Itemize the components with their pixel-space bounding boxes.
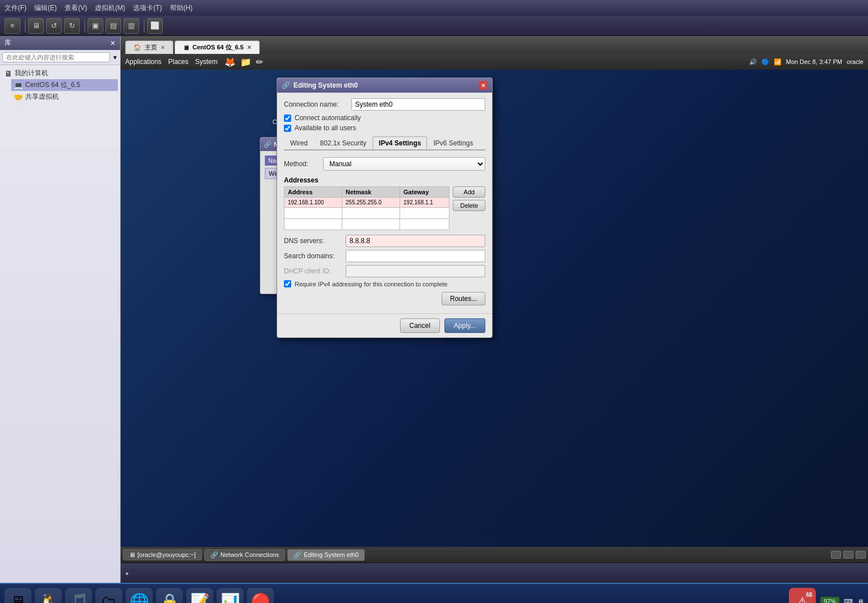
win-keyboard-icon[interactable]: ⌨ — [844, 598, 853, 604]
toolbar-btn-1[interactable]: ≡ — [4, 18, 20, 34]
tab-centos-close[interactable]: ✕ — [247, 44, 251, 51]
menu-view[interactable]: 查看(V) — [65, 3, 87, 13]
home-icon: 🏠 — [134, 44, 141, 51]
dhcp-label: DHCP client ID: — [284, 267, 346, 275]
delete-button[interactable]: Delete — [453, 200, 485, 211]
gateway-value[interactable]: 192.168.1.1 — [400, 198, 449, 208]
routes-button[interactable]: Routes... — [442, 292, 485, 305]
search-domains-input[interactable] — [346, 250, 485, 262]
search-dropdown-icon[interactable]: ▼ — [112, 54, 118, 61]
addr-col-gateway: Gateway — [400, 187, 449, 198]
toolbar-btn-refresh2[interactable]: ↻ — [64, 18, 80, 34]
tab-centos[interactable]: 🖥 CentOS 64 位_6.5 ✕ — [174, 40, 260, 54]
dns-input[interactable] — [346, 235, 485, 247]
tab-ipv4[interactable]: IPv4 Settings — [373, 136, 427, 149]
tab-home[interactable]: 🏠 主页 ✕ — [125, 40, 173, 54]
menu-edit[interactable]: 编辑(E) — [34, 3, 57, 13]
tab-ipv6[interactable]: IPv6 Settings — [427, 136, 479, 149]
taskbar-icon-9[interactable]: 🔴 — [247, 588, 274, 603]
taskbar-edit-label: Editing System eth0 — [304, 551, 359, 558]
sidebar-close-icon[interactable]: ✕ — [110, 39, 116, 47]
win-badge: 68 — [803, 589, 815, 600]
sidebar-title: 库 — [4, 38, 11, 48]
taskbar-terminal[interactable]: 🖥 [oracle@youyoupc:~] — [123, 549, 202, 560]
menu-help[interactable]: 帮助(H) — [170, 3, 193, 13]
taskbar-btn-1[interactable] — [831, 551, 841, 559]
addresses-section: Addresses Address Netmask — [284, 176, 485, 230]
addr-col-netmask: Netmask — [342, 187, 400, 198]
win-display-icon[interactable]: 🖥 — [857, 598, 864, 603]
toolbar: ≡ 🖥 ↺ ↻ ▣ ▤ ▥ ⬜ — [0, 16, 868, 36]
taskbar-btn-3[interactable] — [856, 551, 866, 559]
netconn-taskbar-icon: 🔗 — [210, 551, 218, 559]
table-row[interactable]: 192.168.1.100 255.255.255.0 192.168.1.1 — [284, 198, 449, 208]
toolbar-btn-refresh[interactable]: ↺ — [46, 18, 62, 34]
toolbar-sep-1 — [25, 19, 26, 33]
taskbar-right — [831, 551, 866, 559]
tab-centos-label: CentOS 64 位_6.5 — [192, 43, 244, 52]
toolbar-btn-display2[interactable]: ▤ — [105, 18, 121, 34]
method-label: Method: — [284, 160, 323, 168]
dhcp-input — [346, 265, 485, 277]
add-button[interactable]: Add — [453, 186, 485, 198]
available-all-checkbox[interactable] — [284, 125, 291, 132]
require-ipv4-checkbox[interactable] — [284, 280, 291, 287]
tree-item-centos-label: CentOS 64 位_6.5 — [25, 80, 80, 90]
dialog-footer: Cancel Apply... — [277, 313, 492, 337]
sidebar-search-area: ▼ — [0, 50, 120, 65]
dialog-close-button[interactable]: ✕ — [479, 81, 488, 90]
taskbar-icon-2[interactable]: 🐧 — [35, 588, 62, 603]
tree-item-shared[interactable]: 🤝 共享虚拟机 — [11, 91, 118, 103]
sidebar-tree: 🖥 我的计算机 💻 CentOS 64 位_6.5 🤝 共享虚拟机 — [0, 65, 120, 583]
addr-col-address: Address — [284, 187, 342, 198]
routes-row: Routes... — [284, 292, 485, 305]
gnome-desktop: Applications Places System 🦊 📁 ✏ 🔊 🔵 📶 M… — [121, 54, 868, 563]
cancel-button[interactable]: Cancel — [400, 318, 440, 333]
require-ipv4-row: Require IPv4 addressing for this connect… — [284, 280, 485, 287]
taskbar-netconn-label: Network Connections — [221, 551, 279, 558]
taskbar-icon-1[interactable]: 🖥 — [4, 588, 31, 603]
tab-home-close[interactable]: ✕ — [160, 44, 165, 51]
addr-value[interactable]: 192.168.1.100 — [284, 198, 342, 208]
search-input[interactable] — [2, 52, 110, 62]
edit-dialog: 🔗 Editing System eth0 ✕ Connection name: — [277, 77, 493, 338]
tree-item-centos[interactable]: 💻 CentOS 64 位_6.5 — [11, 79, 118, 91]
gnome-taskbar: 🖥 [oracle@youyoupc:~] 🔗 Network Connecti… — [121, 547, 868, 563]
available-all-row: Available to all users — [284, 124, 485, 132]
address-table: Address Netmask Gateway — [284, 186, 449, 230]
taskbar-icon-8[interactable]: 📊 — [217, 588, 244, 603]
tab-wired[interactable]: Wired — [284, 136, 314, 149]
tab-8021x[interactable]: 802.1x Security — [314, 136, 373, 149]
taskbar-icon-7[interactable]: 📝 — [186, 588, 213, 603]
toolbar-btn-window[interactable]: ⬜ — [147, 18, 163, 34]
dialog-icon: 🔗 — [282, 81, 290, 89]
netmask-value[interactable]: 255.255.255.0 — [342, 198, 400, 208]
tree-children: 💻 CentOS 64 位_6.5 🤝 共享虚拟机 — [2, 79, 118, 103]
method-select[interactable]: Manual Automatic (DHCP) — [323, 157, 485, 171]
taskbar-editdialog[interactable]: 🔗 Editing System eth0 — [287, 549, 365, 561]
menu-file[interactable]: 文件(F) — [4, 3, 26, 13]
taskbar-btn-2[interactable] — [843, 551, 853, 559]
search-domains-label: Search domains: — [284, 252, 346, 260]
vm-status-icon: ● — [125, 570, 129, 577]
toolbar-sep-2 — [84, 19, 85, 33]
toolbar-sep-3 — [144, 19, 145, 33]
taskbar-icon-4[interactable]: 🗂 — [95, 588, 122, 603]
tab-home-label: 主页 — [145, 43, 157, 52]
taskbar-icon-6[interactable]: 🔒 — [156, 588, 183, 603]
search-domains-row: Search domains: — [284, 250, 485, 262]
apply-button[interactable]: Apply... — [444, 318, 485, 333]
taskbar-netconn[interactable]: 🔗 Network Connections — [204, 549, 286, 561]
tree-root[interactable]: 🖥 我的计算机 — [2, 67, 118, 79]
taskbar-icon-5[interactable]: 🌐 — [126, 588, 153, 603]
toolbar-btn-display[interactable]: ▣ — [88, 18, 103, 34]
menu-vm[interactable]: 虚拟机(M) — [95, 3, 125, 13]
taskbar-icon-3[interactable]: 🎵 — [65, 588, 92, 603]
connect-auto-checkbox[interactable] — [284, 115, 291, 122]
dns-label: DNS servers: — [284, 237, 346, 245]
toolbar-btn-display3[interactable]: ▥ — [123, 18, 139, 34]
connection-name-input[interactable] — [351, 98, 485, 111]
toolbar-btn-new[interactable]: 🖥 — [28, 18, 44, 34]
vm-screen[interactable]: Applications Places System 🦊 📁 ✏ 🔊 🔵 📶 M… — [121, 54, 868, 563]
menu-tab[interactable]: 选项卡(T) — [133, 3, 162, 13]
